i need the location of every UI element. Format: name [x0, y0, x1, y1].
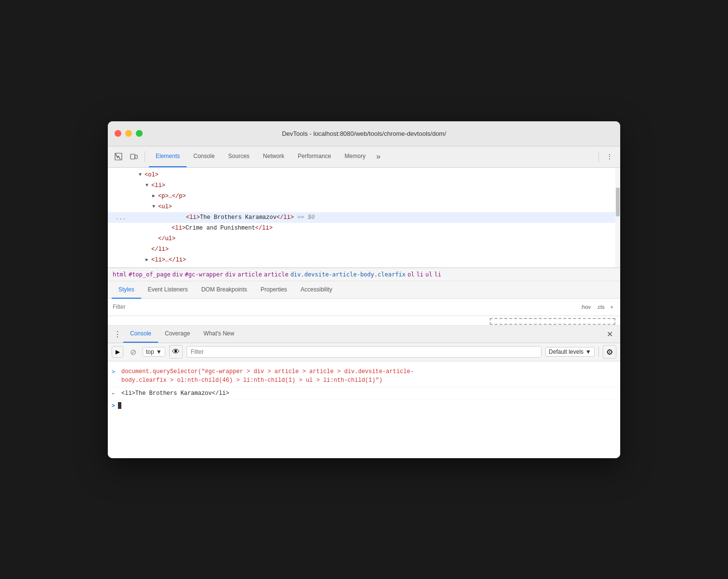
tag: <li> — [151, 181, 165, 190]
dropdown-arrow-icon: ▼ — [156, 348, 162, 355]
vertical-dots-icon: ⋮ — [606, 153, 613, 160]
block-icon: ⊘ — [130, 347, 136, 357]
drawer-more-button[interactable]: ⋮ — [112, 328, 123, 340]
breadcrumb-ul[interactable]: ul — [425, 271, 432, 278]
levels-label: Default levels — [549, 348, 583, 355]
dom-toggle[interactable]: ▶ — [146, 256, 151, 264]
dom-line: </li> — [108, 244, 620, 255]
dom-toggle[interactable]: ▶ — [152, 192, 158, 201]
filter-buttons: :hov .cls + — [579, 303, 615, 311]
breadcrumb-div[interactable]: div — [173, 271, 183, 278]
svg-rect-1 — [131, 154, 135, 159]
eye-button[interactable]: 👁 — [169, 345, 183, 359]
maximize-button[interactable] — [136, 130, 143, 137]
inspect-icon[interactable] — [112, 150, 125, 163]
prompt-arrow: > — [112, 402, 115, 409]
cls-button[interactable]: .cls — [595, 303, 607, 311]
tag: <li> — [172, 224, 186, 232]
tag: </li> — [277, 213, 294, 222]
filter-bar: :hov .cls + — [108, 299, 620, 316]
dom-line: <li>Crime and Punishment</li> — [108, 223, 620, 233]
dom-line: ▶ <p>…</p> — [108, 191, 620, 202]
console-entry-input: > document.querySelector("#gc-wrapper > … — [108, 365, 620, 387]
eye-icon: 👁 — [172, 347, 180, 356]
more-tabs-button[interactable]: » — [372, 146, 384, 167]
breadcrumb-li[interactable]: li — [417, 271, 423, 278]
minimize-button[interactable] — [125, 130, 132, 137]
add-style-button[interactable]: + — [609, 303, 615, 311]
scrollbar[interactable] — [615, 168, 620, 267]
console-filter-input[interactable] — [187, 346, 541, 358]
breadcrumb: html #top_of_page div #gc-wrapper div ar… — [108, 268, 620, 281]
levels-arrow-icon: ▼ — [585, 348, 591, 355]
tab-performance[interactable]: Performance — [291, 146, 338, 167]
drawer-close-button[interactable]: ✕ — [603, 327, 616, 341]
tag: </li> — [151, 245, 169, 254]
console-tab-bar: ⋮ Console Coverage What's New ✕ — [108, 326, 620, 343]
filter-input[interactable] — [113, 304, 575, 310]
hov-button[interactable]: :hov — [579, 303, 593, 311]
log-levels-selector[interactable]: Default levels ▼ — [545, 347, 595, 357]
dashed-area — [108, 316, 620, 326]
output-arrow: ← — [112, 389, 118, 398]
breadcrumb-article2[interactable]: article — [264, 271, 289, 278]
sub-tab-styles[interactable]: Styles — [112, 281, 141, 299]
close-button[interactable] — [115, 130, 121, 137]
gear-icon: ⚙ — [606, 347, 613, 357]
titlebar: DevTools - localhost:8080/web/tools/chro… — [108, 121, 620, 146]
more-options-icon[interactable]: ⋮ — [603, 150, 616, 163]
breadcrumb-html[interactable]: html — [113, 271, 127, 278]
dom-line-highlighted[interactable]: ... <li>The Brothers Karamazov</li> == $… — [108, 212, 620, 223]
dom-line: </ul> — [108, 233, 620, 244]
breadcrumb-div-class[interactable]: div.devsite-article-body.clearfix — [291, 271, 406, 278]
dom-line: ▶ <li>…</li> — [108, 255, 620, 265]
breadcrumb-article[interactable]: article — [237, 271, 262, 278]
drawer-tab-console[interactable]: Console — [123, 325, 158, 343]
dom-line: ▼ <li> — [108, 180, 620, 191]
console-drawer: ⋮ Console Coverage What's New ✕ ▶ ⊘ top … — [108, 326, 620, 458]
console-input-text: document.querySelector("#gc-wrapper > di… — [121, 367, 414, 385]
sub-tab-dom-breakpoints[interactable]: DOM Breakpoints — [194, 281, 254, 299]
breadcrumb-li2[interactable]: li — [434, 271, 441, 278]
clear-console-button[interactable]: ▶ — [112, 346, 123, 358]
dom-toggle[interactable]: ▼ — [146, 181, 151, 190]
console-content: > document.querySelector("#gc-wrapper > … — [108, 362, 620, 458]
block-requests-button[interactable]: ⊘ — [127, 346, 139, 358]
tab-network[interactable]: Network — [256, 146, 291, 167]
breadcrumb-top-of-page[interactable]: #top_of_page — [129, 271, 171, 278]
tab-console[interactable]: Console — [187, 146, 221, 167]
context-selector[interactable]: top ▼ — [143, 347, 165, 357]
context-label: top — [146, 348, 154, 355]
tag: </ul> — [158, 234, 175, 243]
sub-tab-properties[interactable]: Properties — [254, 281, 294, 299]
dom-line: ▼ <ul> — [108, 202, 620, 212]
console-settings-button[interactable]: ⚙ — [603, 345, 616, 359]
input-arrow[interactable]: > — [112, 367, 118, 376]
window-title: DevTools - localhost:8080/web/tools/chro… — [282, 130, 446, 137]
tab-memory[interactable]: Memory — [338, 146, 372, 167]
separator2 — [598, 151, 599, 162]
dom-toggle[interactable]: ▼ — [152, 203, 158, 211]
drawer-tab-whats-new[interactable]: What's New — [197, 325, 241, 343]
separator — [145, 151, 145, 162]
traffic-lights — [115, 130, 143, 137]
device-icon[interactable] — [127, 150, 141, 163]
devtools-window: DevTools - localhost:8080/web/tools/chro… — [108, 121, 620, 458]
elements-panel: ▼ <ol> ▼ <li> ▶ <p>…</p> ▼ <ul> ... <li>… — [108, 168, 620, 268]
tab-elements[interactable]: Elements — [149, 146, 187, 167]
tab-sources[interactable]: Sources — [221, 146, 256, 167]
cursor[interactable] — [118, 402, 121, 409]
dom-toggle[interactable]: ▼ — [139, 171, 145, 179]
scrollbar-thumb[interactable] — [616, 188, 620, 217]
dom-line: ▼ <ol> — [108, 170, 620, 180]
drawer-tab-coverage[interactable]: Coverage — [158, 325, 197, 343]
ellipsis: ... — [112, 213, 126, 222]
breadcrumb-gc-wrapper[interactable]: #gc-wrapper — [185, 271, 223, 278]
tag: <ul> — [158, 203, 172, 211]
sub-tab-event-listeners[interactable]: Event Listeners — [141, 281, 195, 299]
sub-tab-accessibility[interactable]: Accessibility — [294, 281, 339, 299]
dashed-border — [490, 318, 615, 325]
separator — [598, 347, 599, 357]
breadcrumb-ol[interactable]: ol — [408, 271, 414, 278]
breadcrumb-div2[interactable]: div — [225, 271, 236, 278]
